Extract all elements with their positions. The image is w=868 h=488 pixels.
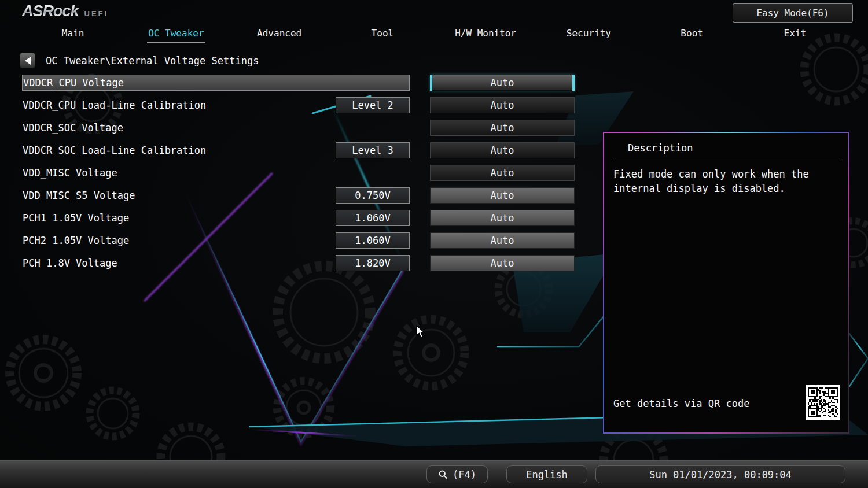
tab-tool-label: Tool xyxy=(370,27,395,42)
setting-subvalue: Level 3 xyxy=(336,142,410,158)
setting-row-pch1-105v-voltage: PCH1 1.05V Voltage 1.060V Auto xyxy=(22,210,578,226)
setting-row-vddcr-soc-voltage: VDDCR_SOC Voltage Auto xyxy=(22,120,578,136)
setting-subvalue: 1.060V xyxy=(336,232,410,249)
uefi-screen: ASRock UEFI Easy Mode(F6) Main OC Tweake… xyxy=(0,0,868,488)
language-button[interactable]: English xyxy=(506,465,587,483)
setting-row-pch-18v-voltage: PCH 1.8V Voltage 1.820V Auto xyxy=(22,255,578,271)
tab-advanced[interactable]: Advanced xyxy=(228,27,331,43)
setting-subvalue: 1.060V xyxy=(336,210,410,226)
description-panel: Description Fixed mode can only work whe… xyxy=(603,132,849,434)
setting-value-dropdown[interactable]: Auto xyxy=(430,75,575,91)
top-nav: Main OC Tweaker Advanced Tool H/W Monito… xyxy=(21,27,847,43)
setting-value-dropdown[interactable]: Auto xyxy=(430,232,575,249)
tab-advanced-label: Advanced xyxy=(256,27,303,42)
mouse-cursor xyxy=(415,325,427,339)
setting-value-dropdown[interactable]: Auto xyxy=(430,187,575,204)
setting-row-vddcr-cpu-voltage: VDDCR_CPU Voltage Auto xyxy=(22,75,578,91)
search-icon xyxy=(438,469,448,479)
tab-hw-monitor[interactable]: H/W Monitor xyxy=(434,27,537,43)
back-arrow-icon xyxy=(25,57,31,65)
setting-row-vdd-misc-s5-voltage: VDD_MISC_S5 Voltage 0.750V Auto xyxy=(22,187,578,204)
description-title: Description xyxy=(604,133,848,160)
tab-exit-label: Exit xyxy=(783,27,808,42)
tab-security-label: Security xyxy=(565,27,612,42)
tab-security[interactable]: Security xyxy=(537,27,640,43)
setting-row-vddcr-cpu-llc: VDDCR_CPU Load-Line Calibration Level 2 … xyxy=(22,97,578,113)
tab-main[interactable]: Main xyxy=(21,27,124,43)
tab-oc-tweaker-label: OC Tweaker xyxy=(147,27,205,43)
setting-value-dropdown[interactable]: Auto xyxy=(430,255,575,271)
uefi-logo-text: UEFI xyxy=(84,9,109,18)
breadcrumb: OC Tweaker\External Voltage Settings xyxy=(20,53,259,68)
setting-subvalue: 0.750V xyxy=(336,187,410,204)
setting-value-dropdown[interactable]: Auto xyxy=(430,97,575,113)
tab-hw-monitor-label: H/W Monitor xyxy=(454,27,517,42)
tab-tool[interactable]: Tool xyxy=(331,27,434,43)
easy-mode-button[interactable]: Easy Mode(F6) xyxy=(733,3,853,23)
setting-row-vdd-misc-voltage: VDD_MISC Voltage Auto xyxy=(22,165,578,181)
setting-label[interactable]: VDD_MISC Voltage xyxy=(22,165,410,181)
setting-value-dropdown[interactable]: Auto xyxy=(430,142,575,158)
setting-value-dropdown[interactable]: Auto xyxy=(430,120,575,136)
breadcrumb-path: OC Tweaker\External Voltage Settings xyxy=(46,55,259,66)
tab-exit[interactable]: Exit xyxy=(744,27,847,43)
setting-label[interactable]: VDDCR_CPU Voltage xyxy=(22,75,410,91)
setting-subvalue: 1.820V xyxy=(336,255,410,271)
setting-subvalue: Level 2 xyxy=(336,97,410,113)
description-body: Fixed mode can only work when the intern… xyxy=(604,160,831,203)
search-hotkey-label: (F4) xyxy=(453,469,476,480)
back-button[interactable] xyxy=(20,53,35,68)
qr-code-label: Get details via QR code xyxy=(613,398,749,409)
description-panel-inner: Description Fixed mode can only work whe… xyxy=(604,133,848,432)
asrock-logo: ASRock UEFI xyxy=(22,2,108,20)
tab-oc-tweaker[interactable]: OC Tweaker xyxy=(124,27,227,43)
setting-label[interactable]: VDDCR_SOC Voltage xyxy=(22,120,410,136)
setting-row-vddcr-soc-llc: VDDCR_SOC Load-Line Calibration Level 3 … xyxy=(22,142,578,158)
status-bar: (F4) English Sun 01/01/2023, 00:09:04 xyxy=(0,460,868,488)
setting-row-pch2-105v-voltage: PCH2 1.05V Voltage 1.060V Auto xyxy=(22,232,578,249)
qr-code-icon xyxy=(806,385,840,420)
search-button[interactable]: (F4) xyxy=(426,465,488,483)
setting-value-dropdown[interactable]: Auto xyxy=(430,165,575,181)
datetime-display[interactable]: Sun 01/01/2023, 00:09:04 xyxy=(595,465,845,483)
tab-boot[interactable]: Boot xyxy=(641,27,744,43)
settings-list: VDDCR_CPU Voltage Auto VDDCR_CPU Load-Li… xyxy=(22,75,578,278)
asrock-logo-text: ASRock xyxy=(22,2,79,20)
tab-main-label: Main xyxy=(61,27,86,42)
tab-boot-label: Boot xyxy=(679,27,704,42)
setting-value-dropdown[interactable]: Auto xyxy=(430,210,575,226)
